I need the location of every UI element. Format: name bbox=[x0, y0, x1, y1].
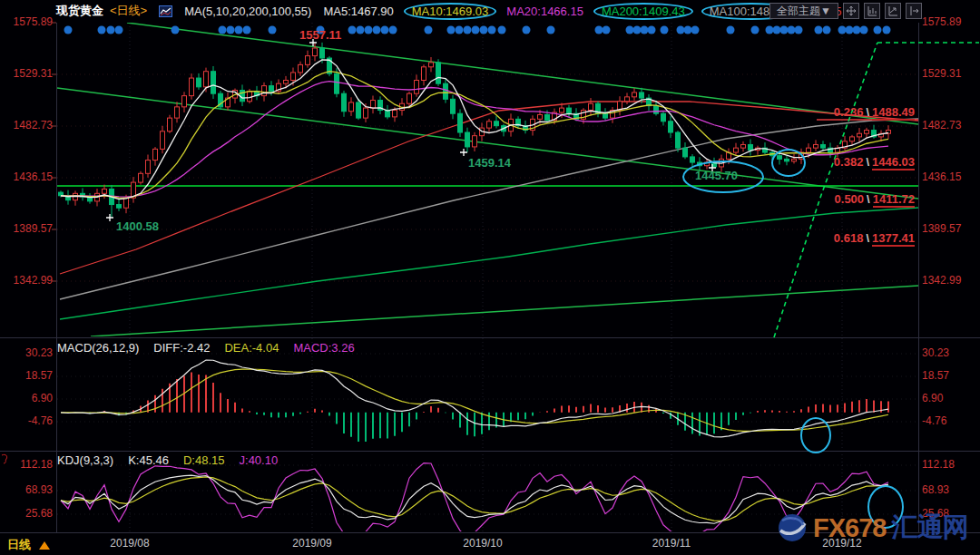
ma20-value: MA20:1466.15 bbox=[506, 5, 583, 18]
kdj-header: KDJ(9,3,3) K:45.46 D:48.15 J:40.10 bbox=[57, 453, 278, 467]
header-controls: 全部主题▼ bbox=[769, 3, 922, 19]
macd-dea-value: DEA:-4.04 bbox=[224, 341, 279, 355]
annotation-low-1400: 1400.58 bbox=[116, 219, 159, 233]
ma10-value-circled: MA10:1469.03 bbox=[404, 3, 497, 20]
date-axis-label: 2019/09 bbox=[276, 537, 348, 550]
main-axis-label: 1342.99 bbox=[4, 275, 53, 287]
kdj-title: KDJ(9,3,3) bbox=[57, 453, 113, 467]
kdj-d-value: D:48.15 bbox=[183, 453, 225, 467]
main-axis-label: 1575.89 bbox=[922, 16, 976, 28]
fib-ratio: 0.382 bbox=[834, 155, 864, 169]
kdj-axis-label: 112.18 bbox=[922, 459, 976, 471]
trading-app-window: 现货黄金 <日线> MA(5,10,20,200,100,55) MA5:146… bbox=[0, 0, 980, 555]
macd-header: MACD(26,12,9) DIFF:-2.42 DEA:-4.04 MACD:… bbox=[57, 341, 355, 355]
fib-value: 1377.41 bbox=[872, 231, 915, 247]
fib-ratio: 0.618 bbox=[834, 231, 864, 245]
macd-axis-label: 6.90 bbox=[4, 393, 53, 404]
kdj-axis-label: 68.93 bbox=[922, 484, 976, 496]
theme-dropdown-button[interactable]: 全部主题▼ bbox=[769, 3, 838, 19]
date-axis-label: 2019/12 bbox=[806, 537, 878, 550]
kdj-k-value: K:45.46 bbox=[128, 453, 169, 467]
kdj-j-value: J:40.10 bbox=[240, 453, 279, 467]
macd-axis-label: 6.90 bbox=[922, 393, 976, 404]
macd-axis-label: 18.57 bbox=[4, 370, 53, 382]
fib-level-0500: 0.500\1411.72 bbox=[835, 192, 915, 206]
macd-axis-label: -4.76 bbox=[4, 415, 53, 427]
fib-level-0236: 0.236\1488.49 bbox=[834, 105, 915, 119]
main-axis-label: 1529.31 bbox=[922, 68, 976, 80]
period-tag[interactable]: <日线> bbox=[110, 3, 147, 19]
left-edge-marker bbox=[1, 452, 10, 462]
fib-level-0618: 0.618\1377.41 bbox=[834, 231, 915, 245]
fib-separator: \ bbox=[863, 155, 872, 169]
main-axis-label: 1389.57 bbox=[922, 223, 976, 235]
kdj-axis-label: 112.18 bbox=[4, 459, 53, 471]
date-axis-label: 2019/11 bbox=[635, 537, 708, 550]
fib-ratio: 0.500 bbox=[835, 192, 865, 206]
chart-canvas[interactable] bbox=[0, 0, 980, 555]
main-axis-label: 1575.89 bbox=[4, 16, 53, 28]
triangle-up-icon bbox=[39, 541, 50, 550]
pan-move-icon[interactable] bbox=[843, 3, 859, 19]
ma200-value-circled: MA200:1409.43 bbox=[593, 3, 693, 20]
fib-ratio: 0.236 bbox=[834, 105, 864, 119]
axis-arrow-chart-icon[interactable] bbox=[885, 3, 901, 19]
macd-axis-label: 30.23 bbox=[922, 347, 976, 359]
fib-separator: \ bbox=[864, 192, 873, 206]
kdj-axis-label: 25.68 bbox=[4, 508, 53, 520]
main-axis-label: 1529.31 bbox=[4, 68, 53, 80]
main-axis-label: 1389.57 bbox=[4, 223, 53, 235]
macd-title: MACD(26,12,9) bbox=[57, 341, 139, 355]
ma5-value: MA5:1467.90 bbox=[323, 5, 393, 18]
fib-value: 1411.72 bbox=[873, 192, 915, 208]
macd-diff-value: DIFF:-2.42 bbox=[153, 341, 210, 355]
axis-chart-icon[interactable] bbox=[864, 3, 880, 19]
annotation-high-1557: 1557.11 bbox=[299, 28, 341, 42]
macd-axis-label: 30.23 bbox=[4, 347, 53, 359]
exit-fullscreen-icon[interactable] bbox=[906, 3, 922, 19]
chart-header: 现货黄金 <日线> MA(5,10,20,200,100,55) MA5:146… bbox=[56, 3, 841, 19]
kdj-axis-label: 25.68 bbox=[922, 508, 976, 520]
main-axis-label: 1342.99 bbox=[922, 275, 976, 287]
period-tab-daily[interactable]: 日线 bbox=[7, 537, 50, 553]
fib-level-0382: 0.382\1446.03 bbox=[834, 155, 915, 169]
main-axis-label: 1482.73 bbox=[922, 120, 976, 131]
main-axis-label: 1482.73 bbox=[4, 120, 53, 131]
annotation-low-1445: 1445.70 bbox=[695, 169, 738, 182]
macd-axis-label: 18.57 bbox=[922, 370, 976, 382]
macd-axis-label: -4.76 bbox=[922, 415, 976, 427]
main-axis-label: 1436.15 bbox=[922, 171, 976, 183]
fib-separator: \ bbox=[863, 105, 872, 119]
mini-chart-icon bbox=[159, 5, 172, 17]
macd-value: MACD:3.26 bbox=[293, 341, 354, 355]
ma-settings-label: MA(5,10,20,200,100,55) bbox=[184, 5, 311, 18]
date-axis-label: 2019/08 bbox=[93, 537, 166, 550]
period-tab-label: 日线 bbox=[7, 537, 31, 553]
kdj-axis-label: 68.93 bbox=[4, 484, 53, 496]
annotation-low-1459: 1459.14 bbox=[468, 156, 511, 170]
date-axis-label: 2019/10 bbox=[446, 537, 519, 550]
fib-separator: \ bbox=[863, 231, 872, 245]
fib-value: 1446.03 bbox=[872, 155, 915, 170]
fib-value: 1488.49 bbox=[872, 105, 915, 121]
symbol-name: 现货黄金 bbox=[56, 3, 103, 19]
main-axis-label: 1436.15 bbox=[4, 171, 53, 183]
